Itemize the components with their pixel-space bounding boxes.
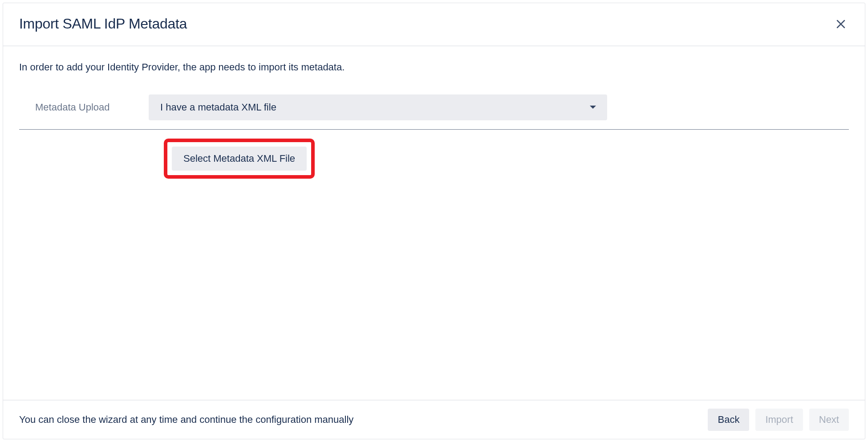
highlight-annotation: Select Metadata XML File — [164, 139, 315, 179]
dialog-footer: You can close the wizard at any time and… — [3, 400, 865, 439]
footer-hint: You can close the wizard at any time and… — [19, 414, 353, 426]
select-metadata-file-button[interactable]: Select Metadata XML File — [172, 147, 307, 171]
file-select-row: Select Metadata XML File — [19, 139, 849, 179]
metadata-upload-label: Metadata Upload — [35, 102, 122, 113]
next-button[interactable]: Next — [809, 409, 849, 431]
close-icon — [836, 19, 846, 29]
back-button[interactable]: Back — [708, 409, 749, 431]
metadata-upload-select[interactable]: I have a metadata XML file — [149, 94, 607, 120]
dialog-title: Import SAML IdP Metadata — [19, 16, 187, 32]
import-saml-idp-dialog: Import SAML IdP Metadata In order to add… — [3, 3, 865, 439]
metadata-upload-select-wrapper: I have a metadata XML file — [149, 94, 607, 120]
import-button[interactable]: Import — [755, 409, 803, 431]
dialog-description: In order to add your Identity Provider, … — [19, 61, 849, 73]
footer-actions: Back Import Next — [708, 409, 849, 431]
metadata-upload-row: Metadata Upload I have a metadata XML fi… — [19, 94, 849, 130]
dialog-header: Import SAML IdP Metadata — [3, 3, 865, 46]
metadata-upload-select-value: I have a metadata XML file — [160, 102, 276, 113]
close-button[interactable] — [833, 16, 849, 32]
dialog-body: In order to add your Identity Provider, … — [3, 46, 865, 400]
